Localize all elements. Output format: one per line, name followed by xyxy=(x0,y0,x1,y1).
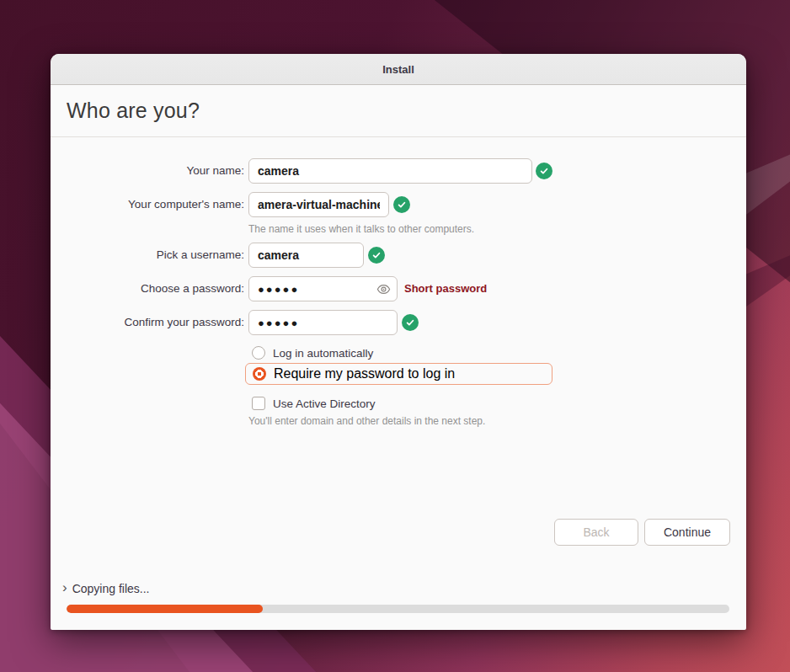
confirm-password-field-wrap xyxy=(248,310,398,335)
progress-expander[interactable]: › Copying files... xyxy=(62,581,150,596)
username-label: Pick a username: xyxy=(57,243,244,268)
progress-fill xyxy=(67,605,263,613)
active-directory-hint: You'll enter domain and other details in… xyxy=(248,415,485,427)
hostname-field-wrap xyxy=(248,192,389,217)
hostname-label: Your computer's name: xyxy=(57,192,244,217)
page-title: Who are you? xyxy=(51,99,200,123)
confirm-valid-check-icon xyxy=(402,314,419,331)
login-automatically-label: Log in automatically xyxy=(273,347,373,360)
page-header: Who are you? xyxy=(51,85,746,137)
installer-window: Install Who are you? Your name: Your com… xyxy=(51,54,746,630)
login-automatically-option[interactable]: Log in automatically xyxy=(252,344,373,361)
name-input[interactable] xyxy=(248,158,532,184)
username-field-wrap xyxy=(248,243,364,268)
confirm-password-label: Confirm your password: xyxy=(57,310,244,335)
checkbox-unchecked-icon[interactable] xyxy=(252,397,265,410)
name-field-wrap xyxy=(248,158,532,184)
require-password-option[interactable]: Require my password to log in xyxy=(245,363,552,385)
require-password-label: Require my password to log in xyxy=(274,366,455,381)
name-label: Your name: xyxy=(57,158,244,184)
radio-selected-icon[interactable] xyxy=(253,367,266,381)
back-button[interactable]: Back xyxy=(554,519,638,546)
password-field-wrap xyxy=(248,276,398,301)
password-label: Choose a password: xyxy=(57,276,244,301)
window-title: Install xyxy=(382,63,414,76)
chevron-right-icon: › xyxy=(62,580,67,595)
hostname-valid-check-icon xyxy=(393,196,410,213)
confirm-password-input[interactable] xyxy=(248,310,398,335)
radio-unselected-icon[interactable] xyxy=(252,346,265,360)
username-input[interactable] xyxy=(248,243,364,268)
name-valid-check-icon xyxy=(536,163,552,179)
hostname-hint: The name it uses when it talks to other … xyxy=(248,223,474,235)
reveal-password-eye-icon[interactable] xyxy=(375,280,392,297)
continue-button[interactable]: Continue xyxy=(644,519,730,546)
hostname-input[interactable] xyxy=(248,192,389,217)
password-warning: Short password xyxy=(404,276,487,301)
active-directory-option[interactable]: Use Active Directory xyxy=(252,395,376,412)
username-valid-check-icon xyxy=(368,247,385,264)
window-titlebar[interactable]: Install xyxy=(51,54,746,85)
active-directory-label: Use Active Directory xyxy=(273,397,376,410)
progress-status-label: Copying files... xyxy=(72,582,150,595)
progress-bar xyxy=(67,605,729,613)
